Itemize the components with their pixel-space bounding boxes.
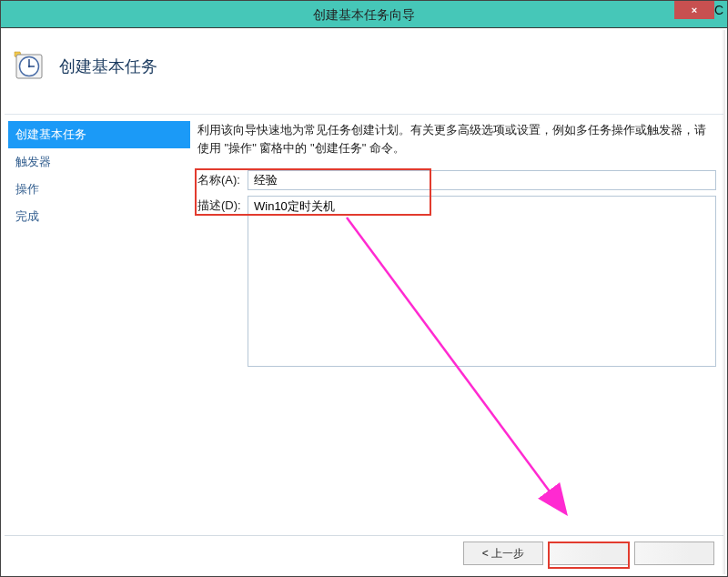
close-extra-char: C (714, 3, 723, 17)
clock-icon (14, 51, 45, 82)
wizard-step-list: 创建基本任务 触发器 操作 完成 (8, 121, 190, 230)
intro-text: 利用该向导快速地为常见任务创建计划。有关更多高级选项或设置，例如多任务操作或触发… (197, 121, 716, 157)
step-finish[interactable]: 完成 (8, 203, 190, 230)
header-divider (5, 114, 723, 115)
step-trigger[interactable]: 触发器 (8, 148, 190, 176)
title-bar: 创建基本任务向导 × C (1, 1, 727, 28)
wizard-button-row: < 上一步 (1, 542, 727, 567)
footer-divider (5, 535, 723, 536)
step-create-basic-task[interactable]: 创建基本任务 (8, 121, 190, 148)
next-button[interactable] (549, 542, 629, 565)
description-row: 描述(D): (197, 196, 716, 367)
right-edge-shadow (722, 30, 725, 574)
wizard-window: 创建基本任务向导 × C 创建基本任务 创建基本任务 触发器 操作 完成 利用该… (0, 0, 728, 577)
window-title-text: 创建基本任务向导 (1, 1, 727, 28)
step-action[interactable]: 操作 (8, 176, 190, 203)
name-input[interactable] (248, 170, 716, 190)
cancel-button[interactable] (634, 542, 714, 565)
description-input[interactable] (248, 196, 716, 367)
description-label: 描述(D): (197, 196, 248, 216)
wizard-subtitle: 创建基本任务 (59, 56, 157, 77)
wizard-header: 创建基本任务 (14, 39, 714, 94)
wizard-content: 利用该向导快速地为常见任务创建计划。有关更多高级选项或设置，例如多任务操作或触发… (197, 121, 716, 372)
back-button[interactable]: < 上一步 (463, 542, 543, 565)
close-button[interactable]: × (674, 1, 714, 19)
name-row: 名称(A): (197, 170, 716, 190)
svg-point-5 (28, 66, 30, 67)
name-label: 名称(A): (197, 170, 248, 190)
